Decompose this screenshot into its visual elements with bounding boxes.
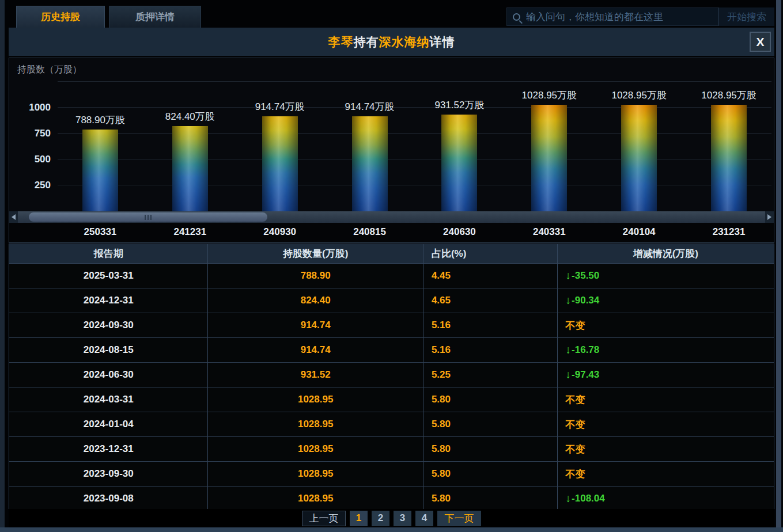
holding-qty-cell: 1028.95 bbox=[208, 437, 423, 462]
bar-slot: 1028.95万股 bbox=[684, 81, 774, 211]
main-content: 历史持股 质押详情 输入问句，你想知道的都在这里 开始搜索 李琴持有深水海纳详情… bbox=[9, 0, 774, 527]
holding-bar[interactable] bbox=[82, 130, 118, 211]
x-axis-label: 240930 bbox=[235, 223, 325, 242]
percent-cell: 5.80 bbox=[423, 487, 558, 511]
dialog-title-bar: 李琴持有深水海纳详情 X bbox=[9, 28, 774, 56]
dialog-title: 李琴持有深水海纳详情 bbox=[328, 34, 455, 50]
table-row[interactable]: 2025-03-31788.904.45↓-35.50 bbox=[9, 264, 774, 288]
search-input[interactable]: 输入问句，你想知道的都在这里 bbox=[506, 7, 718, 26]
percent-cell: 5.80 bbox=[423, 462, 558, 487]
holding-qty-cell: 824.40 bbox=[208, 288, 423, 313]
table-row[interactable]: 2024-09-30914.745.16不变 bbox=[9, 313, 774, 338]
change-cell: 不变 bbox=[558, 313, 774, 338]
percent-cell: 5.25 bbox=[423, 363, 558, 387]
tab-bar: 历史持股 质押详情 输入问句，你想知道的都在这里 开始搜索 bbox=[9, 6, 774, 28]
holding-bar[interactable] bbox=[172, 126, 208, 211]
pagination: 上一页1234下一页 bbox=[9, 509, 774, 527]
close-button[interactable]: X bbox=[750, 32, 771, 52]
holding-qty-cell: 1028.95 bbox=[208, 487, 423, 511]
page-button-1[interactable]: 1 bbox=[350, 511, 368, 526]
change-cell: 不变 bbox=[558, 437, 774, 462]
percent-cell: 5.80 bbox=[423, 412, 558, 437]
bar-value-label: 1028.95万股 bbox=[522, 89, 577, 102]
table-row[interactable]: 2024-12-31824.404.65↓-90.34 bbox=[9, 288, 774, 313]
down-arrow-icon: ↓ bbox=[566, 492, 572, 505]
holding-bar[interactable] bbox=[262, 116, 298, 211]
down-arrow-icon: ↓ bbox=[566, 269, 572, 282]
report-date-cell: 2023-09-08 bbox=[9, 487, 208, 511]
next-page-button[interactable]: 下一页 bbox=[437, 511, 481, 526]
report-date-cell: 2023-12-31 bbox=[9, 437, 208, 462]
holding-bar[interactable] bbox=[352, 116, 388, 211]
tab-history-holdings[interactable]: 历史持股 bbox=[16, 6, 105, 28]
page-button-4[interactable]: 4 bbox=[415, 511, 433, 526]
report-date-cell: 2024-09-30 bbox=[9, 313, 208, 338]
search-placeholder: 输入问句，你想知道的都在这里 bbox=[526, 10, 663, 24]
holding-bar[interactable] bbox=[621, 105, 657, 211]
table-row[interactable]: 2023-12-311028.955.80不变 bbox=[9, 437, 774, 462]
bar-value-label: 824.40万股 bbox=[165, 110, 215, 123]
prev-page-button[interactable]: 上一页 bbox=[302, 511, 346, 526]
report-date-cell: 2024-08-15 bbox=[9, 338, 208, 363]
x-axis-label: 240331 bbox=[504, 223, 594, 242]
table-row[interactable]: 2024-06-30931.525.25↓-97.43 bbox=[9, 363, 774, 387]
window-bottom-border bbox=[0, 527, 783, 532]
holding-bar[interactable] bbox=[531, 105, 567, 211]
table-header-cell: 持股数量(万股) bbox=[208, 244, 423, 264]
holding-qty-cell: 914.74 bbox=[208, 338, 423, 363]
table-row[interactable]: 2023-09-081028.955.80↓-108.04 bbox=[9, 487, 774, 511]
table-row[interactable]: 2024-03-311028.955.80不变 bbox=[9, 387, 774, 412]
x-axis-label: 250331 bbox=[55, 223, 145, 242]
change-cell: 不变 bbox=[558, 412, 774, 437]
scrollbar-left-arrow-icon[interactable] bbox=[9, 211, 18, 223]
bar-slot: 1028.95万股 bbox=[594, 81, 684, 211]
tab-pledge-details[interactable]: 质押详情 bbox=[109, 6, 201, 28]
chart-plot-area: 2505007501000788.90万股824.40万股914.74万股914… bbox=[9, 81, 774, 211]
bars-container: 788.90万股824.40万股914.74万股914.74万股931.52万股… bbox=[55, 81, 774, 211]
scrollbar-right-arrow-icon[interactable] bbox=[765, 211, 774, 223]
search-submit-button[interactable]: 开始搜索 bbox=[718, 7, 774, 26]
bar-value-label: 931.52万股 bbox=[434, 98, 484, 112]
x-axis-label: 240104 bbox=[594, 223, 684, 242]
scrollbar-track[interactable] bbox=[18, 211, 765, 223]
change-cell: ↓-16.78 bbox=[558, 338, 774, 363]
bar-value-label: 914.74万股 bbox=[255, 100, 305, 113]
report-date-cell: 2024-06-30 bbox=[9, 363, 208, 387]
report-date-cell: 2024-12-31 bbox=[9, 288, 208, 313]
search-group: 输入问句，你想知道的都在这里 开始搜索 bbox=[506, 7, 774, 26]
holding-bar[interactable] bbox=[711, 105, 747, 211]
percent-cell: 5.16 bbox=[423, 313, 558, 338]
x-axis-label: 240815 bbox=[325, 223, 415, 242]
bar-value-label: 1028.95万股 bbox=[611, 89, 666, 102]
change-cell: 不变 bbox=[558, 387, 774, 412]
holding-qty-cell: 1028.95 bbox=[208, 387, 423, 412]
percent-cell: 4.45 bbox=[423, 264, 558, 288]
page-button-2[interactable]: 2 bbox=[372, 511, 389, 526]
page-button-3[interactable]: 3 bbox=[394, 511, 411, 526]
bar-slot: 931.52万股 bbox=[415, 81, 505, 211]
scrollbar-thumb[interactable] bbox=[29, 212, 267, 222]
bar-slot: 914.74万股 bbox=[235, 81, 325, 211]
holding-qty-cell: 1028.95 bbox=[208, 412, 423, 437]
holding-qty-cell: 1028.95 bbox=[208, 462, 423, 487]
table-row[interactable]: 2023-09-301028.955.80不变 bbox=[9, 462, 774, 487]
change-cell: ↓-97.43 bbox=[558, 363, 774, 387]
bar-value-label: 914.74万股 bbox=[345, 100, 395, 113]
percent-cell: 5.80 bbox=[423, 437, 558, 462]
report-date-cell: 2024-01-04 bbox=[9, 412, 208, 437]
table-row[interactable]: 2024-08-15914.745.16↓-16.78 bbox=[9, 338, 774, 363]
holding-bar[interactable] bbox=[441, 115, 477, 211]
table-header-cell: 报告期 bbox=[9, 244, 208, 264]
y-tick-label: 250 bbox=[9, 180, 51, 191]
holdings-table: 报告期持股数量(万股)占比(%)增减情况(万股)2025-03-31788.90… bbox=[9, 244, 774, 511]
change-cell: ↓-108.04 bbox=[558, 487, 774, 511]
percent-cell: 5.16 bbox=[423, 338, 558, 363]
x-axis-label: 231231 bbox=[684, 223, 774, 242]
search-icon bbox=[513, 13, 520, 21]
table-row[interactable]: 2024-01-041028.955.80不变 bbox=[9, 412, 774, 437]
holding-qty-cell: 788.90 bbox=[208, 264, 423, 288]
chart-horizontal-scrollbar bbox=[9, 211, 774, 223]
table-header-row: 报告期持股数量(万股)占比(%)增减情况(万股) bbox=[9, 244, 774, 264]
window-right-border bbox=[776, 0, 781, 532]
window-left-border bbox=[0, 0, 5, 532]
